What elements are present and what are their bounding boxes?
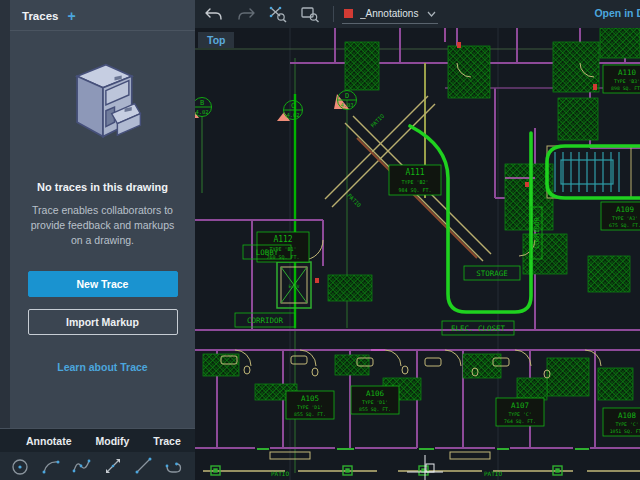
svg-text:A108: A108 xyxy=(618,411,637,420)
svg-text:TYPE 'C': TYPE 'C' xyxy=(508,412,531,417)
room-label-A112: A112 TYPE 'B1' 760 SQ. FT. xyxy=(257,232,309,262)
view-orientation-tab[interactable]: Top xyxy=(198,32,234,48)
empty-state-description: Trace enables collaborators to provide f… xyxy=(26,203,179,249)
svg-text:A107: A107 xyxy=(511,401,529,410)
panel-title: Traces xyxy=(22,10,58,22)
svg-text:TYPE 'A3': TYPE 'A3' xyxy=(612,216,638,221)
svg-text:855 SQ. FT.: 855 SQ. FT. xyxy=(359,407,391,412)
stairs xyxy=(547,146,631,198)
svg-text:898 SQ. FT.: 898 SQ. FT. xyxy=(611,86,640,91)
svg-text:4.03: 4.03 xyxy=(340,102,353,108)
area-label-storage: STORAGE xyxy=(464,266,520,280)
ribbon-tabs: Annotate Modify Trace xyxy=(0,428,195,452)
leader-tool-icon[interactable] xyxy=(101,454,125,478)
redo-icon[interactable] xyxy=(233,3,259,25)
svg-text:1051 SQ. FT.: 1051 SQ. FT. xyxy=(610,429,640,434)
traces-panel: Traces + No t xyxy=(10,0,195,428)
area-label-elec-closet: ELEC. CLOSET xyxy=(442,321,514,335)
add-trace-icon[interactable]: + xyxy=(67,11,75,21)
tab-modify[interactable]: Modify xyxy=(96,435,130,447)
svg-text:ELEC. CLOSET: ELEC. CLOSET xyxy=(451,324,506,333)
svg-text:A110: A110 xyxy=(618,68,637,77)
patio-label-left: PATIO xyxy=(271,470,289,477)
spline-tool-icon[interactable] xyxy=(70,454,94,478)
svg-text:A109: A109 xyxy=(616,205,634,214)
svg-text:C: C xyxy=(291,102,295,110)
svg-text:CORRIDOR: CORRIDOR xyxy=(247,316,284,325)
svg-text:TYPE 'C': TYPE 'C' xyxy=(615,422,638,427)
tab-trace[interactable]: Trace xyxy=(153,435,180,447)
hatch-areas xyxy=(203,28,640,400)
zoom-object-icon[interactable] xyxy=(265,3,291,25)
circle-tool-icon[interactable] xyxy=(8,454,32,478)
new-trace-button[interactable]: New Trace xyxy=(28,271,178,297)
file-cabinet-icon xyxy=(57,59,149,155)
elevator-label: ELEV xyxy=(289,284,300,289)
svg-text:B: B xyxy=(200,99,204,107)
room-label-A107: A107 TYPE 'C' 764 SQ. FT. xyxy=(496,398,544,426)
learn-about-trace-link[interactable]: Learn about Trace xyxy=(57,361,147,373)
cloud-tool-icon[interactable] xyxy=(163,454,187,478)
layer-dropdown-label: _Annotations xyxy=(360,8,420,19)
svg-text:STORAGE: STORAGE xyxy=(476,269,508,278)
floor-plan: ELEV xyxy=(195,28,640,480)
layer-dropdown[interactable]: _Annotations xyxy=(342,4,438,24)
empty-state-heading: No traces in this drawing xyxy=(37,181,168,193)
area-label-corridor: CORRIDOR xyxy=(235,313,295,327)
svg-text:A112: A112 xyxy=(273,235,292,244)
svg-text:A111: A111 xyxy=(405,168,424,177)
svg-text:4.02: 4.02 xyxy=(195,109,208,115)
svg-text:CORRIDOR: CORRIDOR xyxy=(533,217,541,248)
zoom-window-icon[interactable] xyxy=(297,3,323,25)
svg-text:TYPE 'D1': TYPE 'D1' xyxy=(362,400,388,405)
import-markup-button[interactable]: Import Markup xyxy=(28,309,178,335)
svg-text:TYPE 'B2': TYPE 'B2' xyxy=(401,179,428,185)
drawing-canvas[interactable]: ELEV xyxy=(195,28,640,480)
open-in-desktop-link[interactable]: Open in D xyxy=(594,7,640,19)
grid-bubble-B: B 4.02 xyxy=(195,98,212,119)
room-label-A110: A110 TYPE 'B3' 898 SQ. FT. xyxy=(603,65,640,93)
layer-color-swatch xyxy=(344,9,353,18)
arc-tool-icon[interactable] xyxy=(39,454,63,478)
room-label-A106: A106 TYPE 'D1' 855 SQ. FT. xyxy=(351,386,399,414)
room-label-A111: A111 TYPE 'B2' 984 SQ. FT. xyxy=(389,165,441,195)
toolbar-separator xyxy=(333,6,334,22)
room-label-A109: A109 TYPE 'A3' 675 SQ. FT. xyxy=(601,202,640,230)
patio-label-diag1: PATIO xyxy=(369,113,385,129)
tab-annotate[interactable]: Annotate xyxy=(26,435,72,447)
balcony-edges xyxy=(203,452,640,471)
svg-text:LOBBY: LOBBY xyxy=(256,248,279,257)
line-tool-icon[interactable] xyxy=(132,454,156,478)
svg-text:A106: A106 xyxy=(366,389,385,398)
grid-bubble-D: D 4.03 xyxy=(334,91,357,110)
patio-label-diag2: PATIO xyxy=(346,192,362,208)
patio-label-right: PATIO xyxy=(484,470,502,477)
svg-text:TYPE 'B3': TYPE 'B3' xyxy=(614,79,640,84)
room-label-A108: A108 TYPE 'C' 1051 SQ. FT. xyxy=(603,408,640,436)
autocad-web-app: Traces + No t xyxy=(0,0,640,480)
undo-icon[interactable] xyxy=(201,3,227,25)
traces-empty-state: No traces in this drawing Trace enables … xyxy=(10,31,195,373)
traces-sidebar: Traces + No t xyxy=(0,0,195,480)
svg-text:855 SQ. FT.: 855 SQ. FT. xyxy=(294,412,326,417)
svg-text:TYPE 'D1': TYPE 'D1' xyxy=(297,405,323,410)
drawing-toolbar xyxy=(0,452,195,480)
canvas-toolbar: _Annotations Open in D xyxy=(195,0,640,28)
svg-text:A105: A105 xyxy=(301,394,319,403)
crosshair-cursor xyxy=(407,455,443,480)
svg-text:4.02: 4.02 xyxy=(286,112,299,118)
traces-panel-header: Traces + xyxy=(10,0,195,31)
svg-text:D: D xyxy=(345,92,349,100)
svg-text:675 SQ. FT.: 675 SQ. FT. xyxy=(609,223,640,228)
svg-text:764 SQ. FT.: 764 SQ. FT. xyxy=(504,419,536,424)
room-label-A105: A105 TYPE 'D1' 855 SQ. FT. xyxy=(286,391,334,419)
sidebar-edge-strip xyxy=(0,0,10,428)
svg-text:984 SQ. FT.: 984 SQ. FT. xyxy=(398,187,431,193)
chevron-down-icon xyxy=(427,11,436,17)
